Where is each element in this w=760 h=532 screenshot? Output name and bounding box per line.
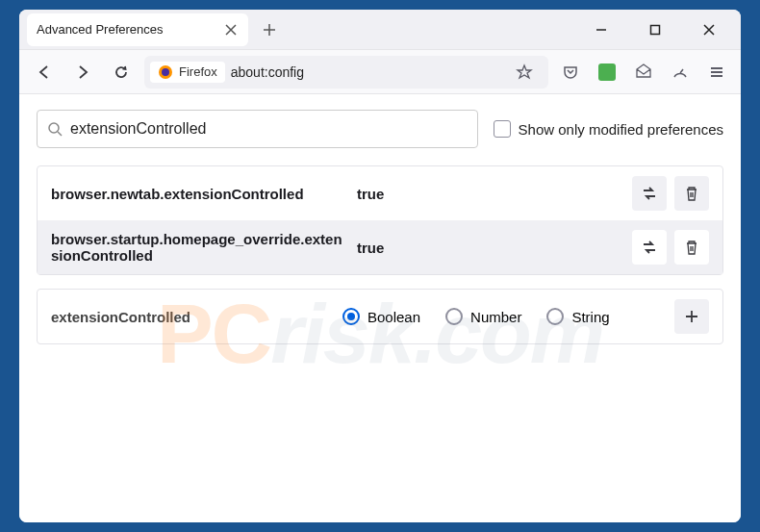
delete-button[interactable] (674, 230, 709, 265)
radio-icon (546, 308, 564, 325)
radio-label: Number (470, 309, 521, 325)
url-bar[interactable]: Firefox about:config (144, 56, 548, 89)
new-pref-name: extensionControlled (51, 309, 325, 325)
close-window-button[interactable] (691, 15, 727, 44)
svg-rect-0 (651, 25, 660, 34)
browser-window: Advanced Preferences (19, 10, 741, 522)
pref-name: browser.startup.homepage_override.extens… (51, 231, 349, 264)
firefox-icon (158, 64, 173, 80)
show-only-modified-toggle[interactable]: Show only modified preferences (494, 120, 723, 138)
tab-title: Advanced Preferences (37, 22, 215, 37)
identity-badge[interactable]: Firefox (150, 62, 225, 83)
bookmark-star-icon[interactable] (510, 58, 539, 87)
radio-string[interactable]: String (546, 308, 609, 325)
toggle-button[interactable] (632, 230, 667, 265)
window-controls (583, 15, 741, 44)
close-tab-icon[interactable] (223, 22, 239, 38)
performance-icon[interactable] (666, 58, 695, 87)
pocket-icon[interactable] (556, 58, 585, 87)
reload-button[interactable] (106, 57, 137, 88)
search-row: Show only modified preferences (37, 110, 723, 148)
new-tab-button[interactable] (256, 16, 283, 43)
toggle-button[interactable] (632, 176, 667, 211)
about-config-content: PCrisk.com Show only modified preference… (19, 94, 741, 522)
identity-label: Firefox (179, 64, 217, 79)
titlebar: Advanced Preferences (19, 10, 741, 50)
radio-number[interactable]: Number (445, 308, 521, 325)
maximize-button[interactable] (637, 15, 673, 44)
delete-button[interactable] (674, 176, 709, 211)
url-text: about:config (231, 64, 504, 80)
forward-button[interactable] (67, 57, 98, 88)
navigation-toolbar: Firefox about:config (19, 50, 741, 94)
extension-icon[interactable] (593, 58, 621, 87)
search-box[interactable] (37, 110, 478, 148)
type-radio-group: Boolean Number String (342, 308, 657, 325)
active-tab[interactable]: Advanced Preferences (27, 13, 248, 46)
preferences-table: browser.newtab.extensionControlled true … (37, 165, 723, 275)
svg-point-3 (49, 123, 59, 133)
pref-value: true (357, 240, 624, 256)
search-icon (47, 121, 63, 137)
checkbox-icon (494, 120, 511, 138)
radio-icon (342, 308, 360, 325)
pref-row: browser.newtab.extensionControlled true (38, 166, 722, 220)
pref-name: browser.newtab.extensionControlled (51, 186, 349, 202)
menu-icon[interactable] (702, 58, 731, 87)
minimize-button[interactable] (583, 15, 620, 44)
radio-icon (445, 308, 463, 325)
pref-value: true (357, 186, 624, 202)
inbox-icon[interactable] (629, 58, 658, 87)
radio-boolean[interactable]: Boolean (342, 308, 420, 325)
svg-point-2 (162, 68, 169, 76)
add-button[interactable] (674, 299, 709, 334)
radio-label: Boolean (367, 309, 420, 325)
search-input[interactable] (70, 120, 468, 138)
pref-row: browser.startup.homepage_override.extens… (38, 220, 722, 274)
new-preference-row: extensionControlled Boolean Number Strin… (37, 289, 723, 344)
radio-label: String (571, 309, 609, 325)
back-button[interactable] (29, 57, 60, 88)
show-only-label: Show only modified preferences (519, 121, 723, 138)
